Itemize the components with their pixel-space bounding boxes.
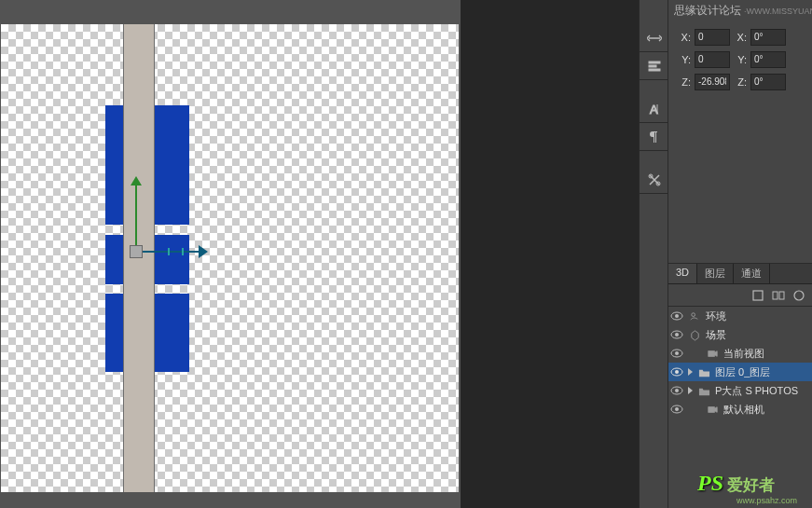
gizmo-y-arrow-icon[interactable] (131, 176, 142, 185)
paragraph-button[interactable] (640, 123, 669, 151)
rx-input[interactable] (750, 29, 786, 46)
gizmo-tick (182, 248, 184, 255)
tab-3d[interactable]: 3D (668, 264, 697, 283)
visibility-eye-icon[interactable] (670, 384, 683, 397)
scene-tree: 环境 场景 当前视图 图层 0_图层 P大点 S PHOTOS (668, 307, 812, 419)
editor-gutter (461, 0, 639, 508)
svg-point-13 (691, 312, 695, 316)
gizmo-center-handle[interactable] (130, 245, 143, 258)
filter-scene-icon[interactable] (750, 288, 765, 303)
svg-point-22 (675, 389, 679, 392)
tree-row-default-camera[interactable]: 默认相机 (668, 400, 812, 419)
gizmo-tick (168, 248, 170, 255)
ry-input[interactable] (750, 51, 786, 68)
visibility-eye-icon[interactable] (670, 365, 683, 378)
svg-point-20 (675, 370, 679, 374)
svg-rect-7 (753, 291, 763, 300)
filter-material-icon[interactable] (791, 288, 806, 303)
rz-label: Z: (734, 76, 747, 88)
tree-label: 当前视图 (723, 347, 764, 361)
tree-row-layer0[interactable]: 图层 0_图层 (668, 363, 812, 381)
svg-rect-8 (773, 292, 778, 299)
logo-url: www.psahz.com (736, 496, 797, 505)
filter-mesh-icon[interactable] (771, 288, 786, 303)
coords-mode-button[interactable] (640, 24, 669, 52)
camera-icon (706, 403, 719, 416)
svg-point-10 (794, 291, 804, 300)
panel-toolbar (668, 284, 812, 307)
svg-point-15 (675, 333, 679, 336)
svg-rect-0 (649, 62, 660, 63)
z-label: Z: (678, 76, 691, 88)
z-input[interactable] (695, 74, 730, 90)
tab-layers[interactable]: 图层 (697, 264, 734, 283)
align-button[interactable] (640, 52, 669, 80)
tree-label: 图层 0_图层 (715, 365, 770, 379)
y-input[interactable] (695, 51, 730, 68)
svg-rect-25 (708, 406, 714, 412)
x-label: X: (678, 32, 691, 43)
svg-point-12 (675, 314, 679, 318)
tab-channels[interactable]: 通道 (734, 264, 770, 283)
text-tool-button[interactable]: A (640, 95, 669, 123)
tree-label: 场景 (706, 328, 726, 342)
camera-icon (706, 347, 719, 360)
svg-rect-1 (649, 65, 656, 67)
transform-gizmo[interactable] (126, 182, 210, 261)
canvas-checkerboard (1, 24, 459, 492)
tree-label: P大点 S PHOTOS (715, 384, 798, 398)
visibility-eye-icon[interactable] (670, 403, 683, 416)
visibility-eye-icon[interactable] (670, 328, 683, 341)
site-logo: PS爱好者 (697, 471, 775, 496)
environment-icon (688, 309, 701, 323)
svg-point-24 (675, 407, 679, 411)
rx-label: X: (734, 32, 747, 43)
svg-rect-2 (649, 69, 660, 71)
tree-label: 默认相机 (723, 403, 764, 417)
tree-row-scene[interactable]: 场景 (668, 325, 812, 344)
gizmo-y-axis[interactable] (135, 182, 137, 252)
coordinates-group: X: X: Y: Y: Z: Z: (678, 26, 786, 93)
expand-triangle-icon[interactable] (688, 387, 693, 394)
watermark-url: ·WWW.MISSYUAN.COM (744, 7, 812, 16)
tree-row-environment[interactable]: 环境 (668, 307, 812, 325)
gizmo-x-arrow-icon[interactable] (199, 245, 208, 258)
tree-label: 环境 (706, 309, 726, 323)
watermark-title: 思缘设计论坛 (674, 4, 741, 17)
folder-icon (697, 365, 710, 378)
visibility-eye-icon[interactable] (670, 309, 683, 323)
svg-rect-9 (779, 292, 784, 299)
svg-rect-18 (708, 350, 714, 356)
tool-options-bar: A (639, 0, 668, 508)
panel-tabs: 3D 图层 通道 (668, 264, 812, 284)
scene-icon (688, 328, 701, 341)
y-label: Y: (678, 54, 691, 65)
tools-crossed-button[interactable] (640, 166, 669, 194)
tree-row-current-view[interactable]: 当前视图 (668, 344, 812, 363)
rz-input[interactable] (750, 74, 786, 90)
tree-row-pbig[interactable]: P大点 S PHOTOS (668, 381, 812, 400)
expand-triangle-icon[interactable] (688, 368, 693, 376)
visibility-eye-icon[interactable] (670, 347, 683, 360)
canvas-area[interactable] (0, 0, 461, 494)
ry-label: Y: (734, 54, 747, 65)
logo-cn: 爱好者 (727, 476, 775, 494)
x-input[interactable] (695, 29, 730, 46)
watermark: 思缘设计论坛·WWW.MISSYUAN.COM (674, 3, 812, 19)
folder-icon (697, 384, 710, 397)
logo-ps: PS (697, 471, 723, 495)
svg-point-17 (675, 351, 679, 355)
